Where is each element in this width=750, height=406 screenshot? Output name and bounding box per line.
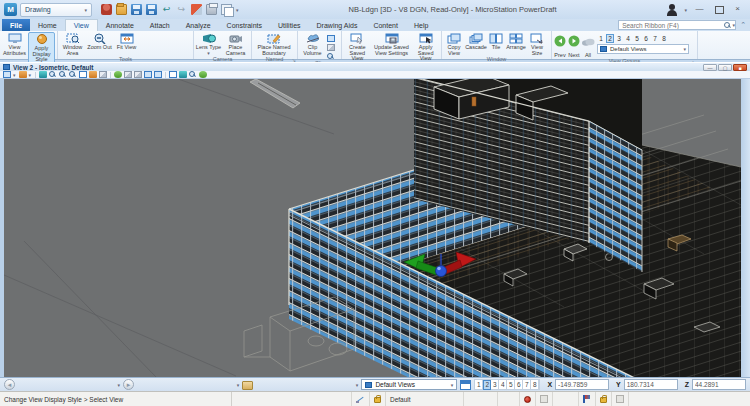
view-attributes-button[interactable]: View Attributes xyxy=(1,32,28,56)
viewport-3d-model[interactable] xyxy=(4,79,741,377)
back-button[interactable]: ◂ xyxy=(4,379,15,390)
open-file-icon[interactable] xyxy=(116,4,127,15)
place-camera-button[interactable]: Place Camera xyxy=(222,32,249,56)
z-coordinate-input[interactable] xyxy=(692,379,746,390)
forward-history-chevron-icon[interactable]: ▾ xyxy=(237,382,240,388)
view-window-toggle-4[interactable]: 4 xyxy=(499,380,507,390)
view-close-button[interactable]: ■ xyxy=(733,64,747,71)
arrange-button[interactable]: Arrange xyxy=(505,32,527,51)
y-coordinate-input[interactable] xyxy=(624,379,678,390)
minimize-button[interactable]: — xyxy=(693,4,706,15)
tab-content[interactable]: Content xyxy=(365,19,406,31)
view-window-toggle-3[interactable]: 3 xyxy=(491,380,499,390)
save-icon[interactable] xyxy=(131,4,142,15)
pan-view-icon[interactable] xyxy=(99,71,107,78)
view-toggle-7[interactable]: 7 xyxy=(651,34,659,43)
tab-analyze[interactable]: Analyze xyxy=(178,19,219,31)
save-settings-icon[interactable] xyxy=(146,4,157,15)
view-window-toggle-8[interactable]: 8 xyxy=(531,380,539,390)
x-coordinate-input[interactable] xyxy=(555,379,609,390)
view-size-button[interactable]: View Size xyxy=(527,32,547,56)
tile-button[interactable]: Tile xyxy=(487,32,505,51)
walk-icon[interactable] xyxy=(114,71,122,78)
view-toggle-4[interactable]: 4 xyxy=(624,34,632,43)
view-toggle-5[interactable]: 5 xyxy=(633,34,641,43)
view-windows-icon[interactable] xyxy=(460,380,471,390)
view-window-toggle-7[interactable]: 7 xyxy=(523,380,531,390)
workflow-selector[interactable]: Drawing ▾ xyxy=(20,3,92,17)
active-view-group-select[interactable]: Default Views ▾ xyxy=(361,379,457,390)
display-style-menu-icon[interactable] xyxy=(19,71,27,78)
snap-mode-cell[interactable] xyxy=(352,392,370,406)
clip-back-icon[interactable] xyxy=(327,44,335,51)
view-window-titlebar[interactable]: View 2 - Isometric, Default — ▢ ■ xyxy=(0,62,750,71)
place-named-boundary-button[interactable]: Place Named Boundary xyxy=(253,32,295,56)
window-area-button[interactable]: Window Area xyxy=(59,32,86,56)
view-toggle-8[interactable]: 8 xyxy=(660,34,668,43)
clip-front-icon[interactable] xyxy=(327,35,335,42)
all-views-button[interactable]: All xyxy=(581,32,595,58)
file-lock-cell[interactable] xyxy=(596,392,612,406)
rotate-view-icon[interactable] xyxy=(89,71,97,78)
lens-type-button[interactable]: Lens Type ▾ xyxy=(195,32,222,56)
clip-volume-button[interactable]: Clip Volume xyxy=(299,32,326,56)
message-center-cell[interactable] xyxy=(520,392,536,406)
fit-view-button[interactable]: Fit View xyxy=(113,32,140,51)
active-level-cell[interactable]: Default xyxy=(386,392,464,406)
view-toggle-3[interactable]: 3 xyxy=(615,34,623,43)
adjust-view-icon[interactable] xyxy=(39,71,47,78)
view-setup-icon[interactable] xyxy=(199,71,207,78)
tab-attach[interactable]: Attach xyxy=(142,19,178,31)
tab-view[interactable]: View xyxy=(65,19,98,31)
tab-drawing-aids[interactable]: Drawing Aids xyxy=(309,19,366,31)
view-previous-icon[interactable] xyxy=(124,71,132,78)
collapse-ribbon-icon[interactable]: ⌃ xyxy=(740,21,746,29)
apply-display-style-button[interactable]: Apply Display Style xyxy=(28,32,55,64)
view-toggle-2[interactable]: 2 xyxy=(606,34,614,43)
view-window-toggle-5[interactable]: 5 xyxy=(507,380,515,390)
restore-button[interactable] xyxy=(712,4,725,15)
user-account-icon[interactable] xyxy=(666,4,678,16)
fit-view-icon[interactable] xyxy=(79,71,87,78)
properties-icon[interactable] xyxy=(221,4,232,15)
selection-set-cell[interactable] xyxy=(536,392,553,406)
forward-button[interactable]: ▸ xyxy=(123,379,134,390)
flag-cell[interactable] xyxy=(579,392,596,406)
clip-mask-icon[interactable] xyxy=(327,53,335,60)
view-frame-right[interactable] xyxy=(741,79,750,377)
zoom-out-button[interactable]: Zoom Out xyxy=(86,32,113,51)
copy-view-button[interactable]: Copy View xyxy=(443,32,465,56)
undo-icon[interactable]: ↩ xyxy=(161,4,172,15)
view-group-folder-icon[interactable] xyxy=(242,381,253,390)
session-icon[interactable] xyxy=(101,4,112,15)
view-restore-button[interactable]: ▢ xyxy=(718,64,732,71)
tab-utilities[interactable]: Utilities xyxy=(270,19,309,31)
view-window-toggle-1[interactable]: 1 xyxy=(475,380,483,390)
print-icon[interactable] xyxy=(206,4,217,15)
view-window-toggle-6[interactable]: 6 xyxy=(515,380,523,390)
cascade-button[interactable]: Cascade xyxy=(465,32,487,51)
clip-volume-icon[interactable] xyxy=(154,71,162,78)
window-area-icon[interactable] xyxy=(69,71,77,78)
redo-icon[interactable]: ↪ xyxy=(176,4,187,15)
view-minimize-button[interactable]: — xyxy=(703,64,717,71)
tab-constraints[interactable]: Constraints xyxy=(219,19,270,31)
previous-view-group-button[interactable]: Prev xyxy=(553,32,567,58)
tab-home[interactable]: Home xyxy=(30,19,65,31)
view-window-toggle-2[interactable]: 2 xyxy=(483,380,491,390)
tab-file[interactable]: File xyxy=(2,19,30,31)
level-lock-cell[interactable] xyxy=(370,392,386,406)
update-saved-view-settings-button[interactable]: Update Saved View Settings xyxy=(372,32,412,56)
back-history-chevron-icon[interactable]: ▾ xyxy=(118,382,121,388)
status-corner-cell[interactable] xyxy=(612,392,629,406)
view-toggle-6[interactable]: 6 xyxy=(642,34,650,43)
close-button[interactable]: × xyxy=(731,4,744,15)
search-ribbon-box[interactable]: ▾ xyxy=(618,20,736,30)
next-view-group-button[interactable]: Next xyxy=(567,32,581,58)
view-attributes-menu-icon[interactable] xyxy=(3,71,11,78)
zoom-out-icon[interactable] xyxy=(59,71,67,78)
tab-annotate[interactable]: Annotate xyxy=(98,19,142,31)
create-saved-view-button[interactable]: Create Saved View xyxy=(343,32,372,62)
search-ribbon-input[interactable] xyxy=(619,22,723,29)
pin-icon[interactable] xyxy=(191,4,202,15)
